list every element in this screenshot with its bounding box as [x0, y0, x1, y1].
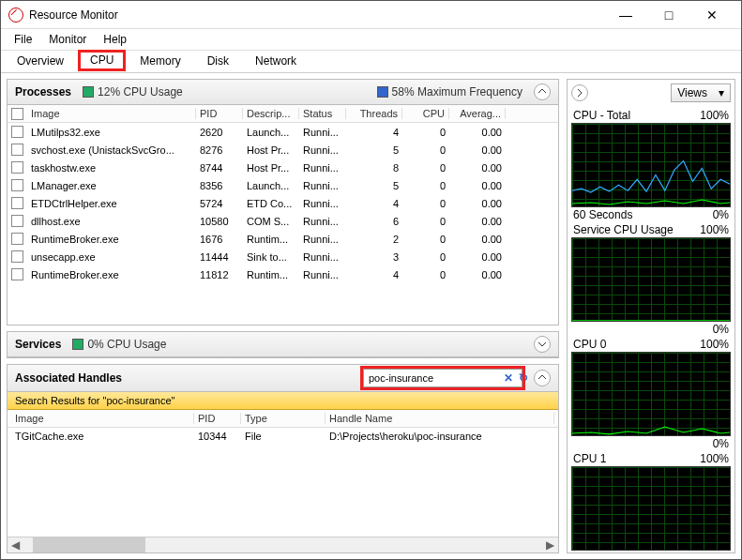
handles-search-input[interactable]: [366, 372, 501, 384]
tab-network[interactable]: Network: [243, 51, 309, 72]
col-status[interactable]: Status: [299, 108, 346, 119]
services-cpu-label: 0% CPU Usage: [87, 338, 166, 351]
row-checkbox[interactable]: [11, 215, 23, 227]
chart: CPU 1100%: [571, 451, 731, 552]
table-row[interactable]: unsecapp.exe11444Sink to...Runni...300.0…: [8, 248, 558, 265]
menu-bar: File Monitor Help: [1, 29, 741, 51]
cpu-usage-icon: [83, 86, 94, 98]
services-cpu-icon: [72, 339, 83, 350]
chart-title: CPU 0: [573, 338, 606, 351]
tab-overview[interactable]: Overview: [5, 51, 76, 72]
hcol-type[interactable]: Type: [241, 413, 326, 424]
tab-cpu[interactable]: CPU: [78, 50, 126, 71]
chart-pct: 100%: [700, 223, 729, 236]
table-row[interactable]: LManager.exe8356Launch...Runni...500.00: [8, 176, 558, 194]
row-checkbox[interactable]: [11, 179, 23, 191]
handles-panel: Associated Handles ✕ ↻ Search Results fo…: [7, 364, 559, 553]
table-row[interactable]: taskhostw.exe8744Host Pr...Runni...800.0…: [8, 159, 558, 176]
chart-title: Service CPU Usage: [573, 223, 674, 236]
table-row[interactable]: dllhost.exe10580COM S...Runni...600.00: [8, 212, 558, 230]
services-panel: Services 0% CPU Usage: [7, 331, 559, 358]
tab-strip: Overview CPU Memory Disk Network: [1, 51, 741, 73]
hcol-pid[interactable]: PID: [194, 413, 241, 424]
table-row[interactable]: RuntimeBroker.exe11812Runtim...Runni...4…: [8, 265, 558, 283]
max-freq-label: 58% Maximum Frequency: [392, 85, 522, 98]
processes-table[interactable]: Image PID Descrip... Status Threads CPU …: [8, 105, 558, 283]
table-row[interactable]: RuntimeBroker.exe1676Runtim...Runni...20…: [8, 230, 558, 248]
menu-file[interactable]: File: [7, 31, 39, 48]
max-freq-icon: [377, 86, 388, 98]
col-pid[interactable]: PID: [196, 108, 243, 119]
col-threads[interactable]: Threads: [346, 108, 402, 119]
row-checkbox[interactable]: [11, 197, 23, 209]
handles-collapse-button[interactable]: [534, 370, 551, 386]
title-bar: Resource Monitor — □ ✕: [1, 1, 741, 29]
services-title: Services: [15, 338, 61, 351]
refresh-search-icon[interactable]: ↻: [516, 371, 531, 385]
col-desc[interactable]: Descrip...: [243, 108, 299, 119]
handles-table[interactable]: Image PID Type Handle Name TGitCache.exe…: [8, 410, 558, 446]
table-row[interactable]: TGitCache.exe10344FileD:\Projects\heroku…: [8, 428, 558, 446]
processes-panel: Processes 12% CPU Usage 58% Maximum Freq…: [7, 79, 559, 325]
window-title: Resource Monitor: [29, 8, 604, 22]
app-icon: [8, 8, 23, 23]
chevron-down-icon: ▾: [719, 86, 724, 99]
row-checkbox[interactable]: [11, 250, 23, 263]
chart-pct: 100%: [700, 109, 729, 122]
chart: Service CPU Usage100%0%: [571, 222, 731, 337]
table-row[interactable]: LMutilps32.exe2620Launch...Runni...400.0…: [8, 123, 558, 141]
hcol-handle[interactable]: Handle Name: [326, 413, 554, 424]
chart: CPU 0100%0%: [571, 337, 731, 451]
chart-pct: 100%: [700, 338, 729, 351]
views-dropdown[interactable]: Views▾: [671, 83, 731, 102]
menu-monitor[interactable]: Monitor: [41, 31, 94, 48]
close-button[interactable]: ✕: [690, 1, 734, 29]
charts-sidebar: Views▾ CPU - Total100%60 Seconds0%Servic…: [567, 79, 735, 553]
services-expand-button[interactable]: [534, 336, 551, 353]
chart-pct: 100%: [700, 452, 729, 465]
table-row[interactable]: svchost.exe (UnistackSvcGro...8276Host P…: [8, 141, 558, 159]
search-results-banner: Search Results for "poc-insurance": [8, 392, 558, 410]
chart-title: CPU - Total: [573, 109, 630, 122]
col-cpu[interactable]: CPU: [402, 108, 449, 119]
minimize-button[interactable]: —: [604, 1, 647, 29]
horizontal-scrollbar[interactable]: ◀▶: [8, 537, 558, 552]
row-checkbox[interactable]: [11, 268, 23, 280]
select-all-checkbox[interactable]: [11, 108, 23, 120]
row-checkbox[interactable]: [11, 233, 23, 245]
row-checkbox[interactable]: [11, 161, 23, 174]
tab-disk[interactable]: Disk: [195, 51, 241, 72]
chart: CPU - Total100%60 Seconds0%: [571, 108, 731, 222]
hcol-image[interactable]: Image: [11, 413, 194, 424]
handles-search-box: ✕ ↻: [363, 369, 522, 387]
table-row[interactable]: ETDCtrlHelper.exe5724ETD Co...Runni...40…: [8, 194, 558, 212]
col-image[interactable]: Image: [27, 108, 196, 119]
row-checkbox[interactable]: [11, 144, 23, 156]
cpu-usage-label: 12% CPU Usage: [98, 85, 183, 98]
handles-title: Associated Handles: [15, 371, 122, 385]
chart-title: CPU 1: [573, 452, 606, 465]
tab-memory[interactable]: Memory: [128, 51, 192, 72]
processes-collapse-button[interactable]: [534, 83, 551, 100]
maximize-button[interactable]: □: [647, 1, 690, 29]
processes-title: Processes: [15, 85, 71, 98]
clear-search-icon[interactable]: ✕: [501, 371, 516, 385]
charts-collapse-button[interactable]: [571, 84, 588, 101]
row-checkbox[interactable]: [11, 126, 23, 138]
menu-help[interactable]: Help: [96, 31, 134, 48]
col-avg[interactable]: Averag...: [449, 108, 506, 119]
